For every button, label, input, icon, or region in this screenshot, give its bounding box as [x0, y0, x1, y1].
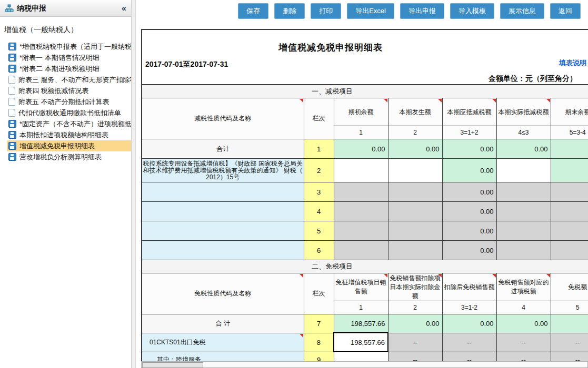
value-cell: 0.00	[388, 139, 442, 159]
floppy-icon	[8, 65, 16, 73]
row-name-cell[interactable]	[142, 241, 304, 260]
collapse-sidebar-icon[interactable]: «	[122, 4, 126, 13]
subcolumn-header: 4	[496, 301, 551, 314]
subcolumn-header: 2	[388, 301, 442, 314]
column-header: 免税销售额对应的进项税额	[496, 273, 551, 301]
value-cell: 0.00	[334, 139, 388, 159]
sidebar-item-schedule4[interactable]: 附表四 税额抵减情况表	[7, 85, 131, 96]
value-cell: 0.00	[442, 314, 496, 333]
document-icon	[8, 109, 15, 117]
form-content: 增值税减免税申报明细表 2017-07-01至2017-07-31 填表说明 金…	[141, 29, 588, 368]
column-header: 扣除后免税销售额	[442, 273, 496, 301]
value-cell: 0.00	[551, 314, 588, 333]
floppy-icon	[8, 54, 16, 62]
value-cell: 0.00	[442, 182, 496, 202]
note-marker-icon	[546, 274, 550, 278]
row-name-cell[interactable]	[142, 182, 304, 202]
form-tree: *增值税纳税申报表（适用于一般纳税人） *附表一 本期销售情况明细 *附表二 本…	[0, 41, 131, 162]
value-cell: 0.00	[551, 221, 588, 241]
back-button[interactable]: 返回	[550, 3, 581, 19]
horizontal-scrollbar[interactable]	[141, 361, 588, 368]
row-number-cell: 6	[304, 241, 334, 260]
subcolumn-header: 3=1-2	[442, 301, 496, 314]
sidebar-item-schedule2[interactable]: *附表二 本期进项税额明细	[7, 63, 131, 74]
value-cell: --	[551, 333, 588, 352]
value-cell: --	[442, 333, 496, 352]
value-cell: --	[496, 333, 551, 352]
row-name-cell[interactable]: 01CKTS01出口免税	[142, 333, 304, 352]
value-cell: 0.00	[442, 159, 496, 182]
value-cell: 0.00	[551, 182, 588, 202]
sidebar-item-fixed-assets[interactable]: *固定资产（不含不动产）进项税额抵扣	[7, 118, 131, 129]
note-marker-icon	[546, 99, 550, 103]
note-marker-icon	[300, 99, 303, 103]
value-cell: 0.00	[551, 241, 588, 260]
value-cell	[496, 202, 551, 221]
floppy-icon	[8, 131, 16, 139]
page-title: 增值税减免税申报明细表	[142, 42, 519, 54]
tax-period: 2017-07-01至2017-07-31	[145, 60, 228, 69]
table-row: 合 计 7 198,557.66 0.00 0.00 0.00 0.00	[142, 314, 588, 333]
active-input-cell[interactable]: 198,557.66	[334, 333, 388, 352]
value-cell: 0.00	[388, 314, 442, 333]
floppy-icon	[8, 120, 16, 128]
print-button[interactable]: 打印	[311, 3, 341, 19]
value-cell	[334, 241, 388, 260]
sidebar-item-schedule3[interactable]: 附表三 服务、不动产和无形资产扣除项目	[7, 74, 131, 85]
sidebar-item-schedule1[interactable]: *附表一 本期销售情况明细	[7, 52, 131, 63]
value-cell	[334, 221, 388, 241]
value-cell[interactable]	[388, 159, 442, 182]
value-cell[interactable]	[496, 159, 551, 182]
table-row: 税控系统专用设备抵减增值税】《财政部 国家税务总局关 和技术维护费用抵减增值税税…	[142, 159, 588, 182]
row-name-cell[interactable]	[142, 202, 304, 221]
sidebar-item-tax-reduction-detail[interactable]: 增值税减免税申报明细表	[7, 140, 131, 151]
value-cell: 198,557.66	[334, 314, 388, 333]
export-declaration-button[interactable]: 导出申报	[400, 3, 444, 19]
value-cell	[334, 202, 388, 221]
value-cell	[388, 182, 442, 202]
tax-category-title: 增值税（一般纳税人）	[0, 17, 131, 41]
row-number-cell: 8	[304, 333, 334, 352]
row-name-cell: 合计	[142, 139, 304, 159]
value-cell: 0.00	[551, 159, 588, 182]
subcolumn-header: 5=3-4	[551, 126, 588, 139]
import-template-button[interactable]: 导入模板	[450, 3, 494, 19]
show-info-button[interactable]: 展示信息	[500, 3, 544, 19]
value-cell	[334, 182, 388, 202]
value-cell: --	[388, 333, 442, 352]
value-cell: 0.00	[442, 202, 496, 221]
section1-label: 一、减税项目	[142, 85, 588, 98]
value-cell	[388, 202, 442, 221]
main-pane: 保存 删除 打印 导出Excel 导出申报 导入模板 展示信息 返回 增值税减免…	[138, 0, 588, 368]
sidebar-item-schedule5[interactable]: 附表五 不动产分期抵扣计算表	[7, 96, 131, 107]
table-row: 6 0.00 0.00	[142, 241, 588, 260]
table-row: 合计 1 0.00 0.00 0.00 0.00 0.00	[142, 139, 588, 159]
note-marker-icon	[300, 334, 303, 338]
sidebar-item-main-declaration[interactable]: *增值税纳税申报表（适用于一般纳税人）	[7, 41, 131, 52]
section1-name-header: 减税性质代码及名称	[142, 98, 304, 139]
column-header: 本期实际抵减税额	[496, 98, 551, 126]
note-marker-icon	[492, 99, 496, 103]
sidebar-item-input-tax-structure[interactable]: 本期抵扣进项税额结构明细表	[7, 129, 131, 140]
row-name-cell[interactable]: 税控系统专用设备抵减增值税】《财政部 国家税务总局关 和技术维护费用抵减增值税税…	[142, 159, 304, 182]
save-button[interactable]: 保存	[238, 3, 268, 19]
column-header: 免税额	[551, 273, 588, 301]
subcolumn-header: 3=1+2	[442, 126, 496, 139]
value-cell: 0.00	[551, 139, 588, 159]
sidebar-item-tax-burden-analysis[interactable]: 营改增税负分析测算明细表	[7, 151, 131, 162]
row-number-cell: 7	[304, 314, 334, 333]
value-cell: 0.00	[442, 241, 496, 260]
pane-splitter[interactable]	[132, 0, 136, 368]
filling-instructions-link[interactable]: 填表说明	[559, 58, 586, 68]
tax-reduction-table: 一、减税项目 减税性质代码及名称 栏次 期初余额 本期发生额 本期应抵减税额 本…	[141, 84, 588, 368]
delete-button[interactable]: 删除	[274, 3, 305, 19]
sidebar-item-withholding-list[interactable]: 代扣代缴税收通用缴款书抵扣清单	[7, 107, 131, 118]
row-name-cell[interactable]	[142, 221, 304, 241]
note-marker-icon	[438, 99, 442, 103]
document-icon	[8, 87, 15, 95]
export-excel-button[interactable]: 导出Excel	[347, 3, 394, 19]
value-cell[interactable]	[334, 159, 388, 182]
form-header: 增值税减免税申报明细表 2017-07-01至2017-07-31 填表说明 金…	[141, 29, 588, 84]
scrollbar-thumb[interactable]	[142, 362, 203, 368]
value-cell: 0.00	[496, 314, 551, 333]
